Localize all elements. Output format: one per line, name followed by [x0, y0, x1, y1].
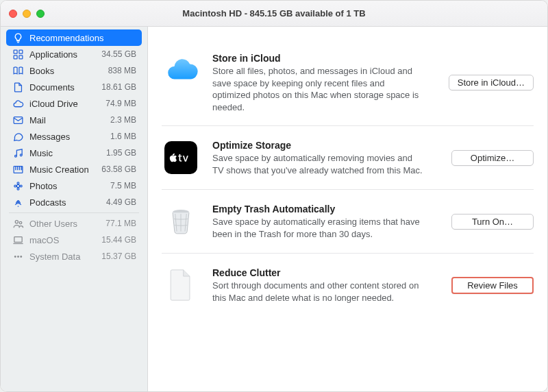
sidebar-item-size: 34.55 GB — [101, 49, 136, 59]
sidebar-item-label: Books — [29, 66, 103, 76]
document-icon — [12, 81, 24, 93]
sidebar-item-size: 1.95 GB — [106, 148, 136, 158]
svg-point-9 — [17, 182, 19, 184]
recommendations-panel: Store in iCloud Store all files, photos,… — [148, 27, 547, 391]
sidebar-item-recommendations[interactable]: Recommendations — [6, 29, 142, 46]
svg-rect-2 — [14, 55, 17, 58]
sidebar-item-music[interactable]: Music 1.95 GB — [6, 145, 142, 161]
rec-desc: Store all files, photos, and messages in… — [212, 65, 425, 113]
svg-point-11 — [14, 185, 16, 187]
window-title: Macintosh HD - 845.15 GB available of 1 … — [1, 8, 547, 19]
sidebar-item-size: 15.44 GB — [101, 235, 136, 245]
sidebar-separator — [9, 212, 139, 213]
music-icon — [12, 147, 24, 159]
rec-reduce-clutter: Reduce Clutter Sort through documents an… — [162, 254, 534, 332]
dots-icon — [12, 250, 24, 262]
sidebar-item-label: Messages — [29, 132, 105, 142]
piano-icon — [12, 163, 24, 175]
rec-desc: Save space by automatically erasing item… — [212, 216, 425, 240]
sidebar-item-macos[interactable]: macOS 15.44 GB — [6, 232, 142, 248]
laptop-icon — [12, 234, 24, 246]
rec-title: Empty Trash Automatically — [212, 204, 432, 215]
zoom-icon[interactable] — [36, 10, 45, 18]
rec-title: Optimize Storage — [212, 140, 432, 151]
store-in-icloud-button[interactable]: Store in iCloud… — [449, 75, 534, 90]
sidebar-item-size: 77.1 MB — [105, 219, 136, 228]
icloud-icon — [162, 51, 200, 90]
svg-point-10 — [17, 188, 19, 190]
sidebar-item-icloud-drive[interactable]: iCloud Drive 74.9 MB — [6, 95, 142, 112]
svg-rect-16 — [14, 236, 21, 242]
turn-on-button[interactable]: Turn On… — [451, 214, 534, 230]
sidebar-item-label: Documents — [29, 82, 96, 93]
sidebar-item-label: macOS — [29, 235, 96, 245]
svg-point-17 — [14, 256, 16, 258]
photos-icon — [12, 180, 24, 192]
sidebar-item-size: 63.58 GB — [101, 164, 136, 174]
sidebar-item-applications[interactable]: Applications 34.55 GB — [6, 46, 142, 62]
sidebar-item-label: Other Users — [29, 219, 100, 229]
sidebar-item-size: 15.37 GB — [101, 252, 136, 261]
sidebar-item-size: 1.6 MB — [110, 132, 136, 141]
cloud-icon — [12, 97, 24, 110]
optimize-button[interactable]: Optimize… — [451, 150, 534, 166]
svg-point-18 — [17, 256, 19, 258]
sidebar-item-music-creation[interactable]: Music Creation 63.58 GB — [6, 161, 142, 177]
sidebar-item-size: 838 MB — [108, 66, 136, 75]
titlebar: Macintosh HD - 845.15 GB available of 1 … — [1, 1, 547, 27]
svg-point-8 — [16, 184, 19, 187]
apple-tv-icon — [164, 141, 197, 174]
mail-icon — [12, 114, 24, 126]
sidebar-item-label: Music — [29, 148, 101, 158]
rec-desc: Sort through documents and other content… — [212, 280, 425, 304]
rec-optimize-storage: Optimize Storage Save space by automatic… — [162, 126, 534, 190]
sidebar-item-label: Podcasts — [29, 197, 101, 208]
storage-management-window: Macintosh HD - 845.15 GB available of 1 … — [0, 0, 548, 392]
svg-point-5 — [14, 155, 16, 157]
rec-empty-trash: Empty Trash Automatically Save space by … — [162, 190, 534, 254]
sidebar: Recommendations Applications 34.55 GB Bo… — [1, 27, 148, 391]
svg-rect-3 — [18, 55, 22, 58]
sidebar-item-size: 2.3 MB — [110, 115, 136, 125]
minimize-icon[interactable] — [23, 10, 31, 18]
rec-desc: Save space by automatically removing mov… — [212, 152, 425, 176]
apps-icon — [12, 48, 24, 60]
sidebar-item-size: 74.9 MB — [105, 99, 136, 108]
svg-point-14 — [15, 220, 18, 223]
users-icon — [12, 217, 24, 230]
sidebar-item-system-data[interactable]: System Data 15.37 GB — [6, 248, 142, 265]
rec-title: Reduce Clutter — [212, 267, 432, 278]
rec-title: Store in iCloud — [212, 53, 432, 64]
sidebar-item-label: Recommendations — [29, 33, 136, 43]
sidebar-item-photos[interactable]: Photos 7.5 MB — [6, 177, 142, 194]
book-icon — [12, 64, 24, 77]
sidebar-item-mail[interactable]: Mail 2.3 MB — [6, 112, 142, 128]
close-icon[interactable] — [9, 10, 17, 18]
sidebar-item-label: Applications — [29, 49, 96, 60]
sidebar-item-size: 18.61 GB — [101, 82, 136, 92]
podcast-icon — [12, 196, 24, 208]
review-files-button[interactable]: Review Files — [451, 277, 534, 294]
rec-store-in-icloud: Store in iCloud Store all files, photos,… — [162, 39, 534, 126]
window-controls — [9, 10, 45, 18]
sidebar-item-label: Photos — [29, 181, 105, 191]
sidebar-item-label: Mail — [29, 115, 105, 125]
svg-point-12 — [20, 185, 22, 187]
sidebar-item-podcasts[interactable]: Podcasts 4.49 GB — [6, 194, 142, 210]
sidebar-item-other-users[interactable]: Other Users 77.1 MB — [6, 215, 142, 232]
sidebar-item-label: iCloud Drive — [29, 99, 100, 109]
svg-point-15 — [19, 221, 22, 224]
sidebar-item-books[interactable]: Books 838 MB — [6, 62, 142, 79]
file-icon — [162, 266, 200, 304]
svg-rect-1 — [18, 50, 22, 53]
svg-rect-0 — [14, 50, 17, 53]
sidebar-item-label: Music Creation — [29, 164, 96, 175]
svg-point-6 — [20, 154, 22, 156]
chat-icon — [12, 130, 24, 143]
lightbulb-icon — [12, 32, 24, 44]
sidebar-item-label: System Data — [29, 252, 96, 262]
sidebar-item-size: 7.5 MB — [110, 181, 136, 191]
sidebar-item-documents[interactable]: Documents 18.61 GB — [6, 79, 142, 95]
sidebar-item-size: 4.49 GB — [106, 197, 136, 207]
sidebar-item-messages[interactable]: Messages 1.6 MB — [6, 128, 142, 145]
